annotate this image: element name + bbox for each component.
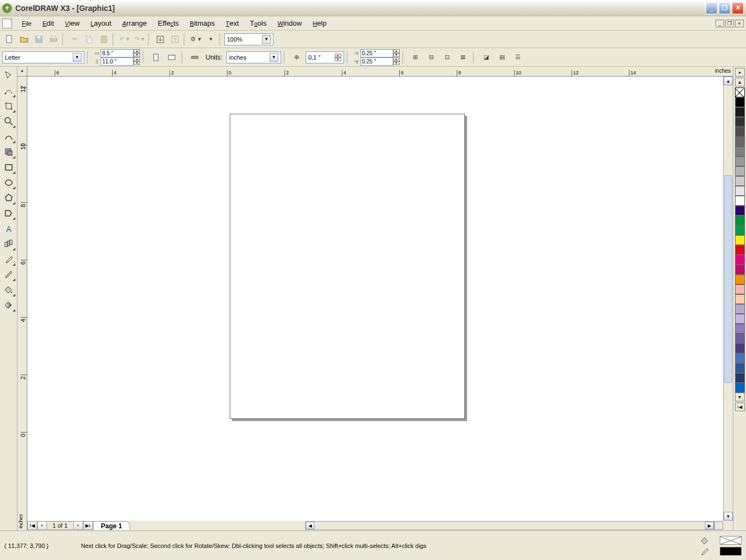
open-button[interactable] bbox=[17, 32, 31, 46]
menu-view[interactable]: View bbox=[60, 17, 85, 30]
add-page-after-button[interactable]: + bbox=[73, 521, 83, 530]
print-button[interactable] bbox=[46, 32, 61, 46]
snap-to-grid-button[interactable]: ⊞ bbox=[409, 50, 423, 65]
paper-type-combo[interactable]: Letter ▼ bbox=[2, 51, 84, 63]
interactive-blend-tool[interactable] bbox=[1, 236, 16, 252]
minimize-button[interactable]: _ bbox=[706, 2, 718, 14]
color-swatch[interactable] bbox=[735, 324, 745, 334]
color-swatch[interactable] bbox=[735, 137, 745, 147]
scroll-left-button[interactable]: ◀ bbox=[306, 522, 314, 529]
cut-button[interactable]: ✂ bbox=[67, 32, 81, 46]
export-button[interactable] bbox=[168, 32, 182, 46]
fill-color-indicator[interactable] bbox=[720, 536, 742, 545]
color-swatch[interactable] bbox=[735, 245, 745, 255]
scroll-thumb[interactable] bbox=[724, 175, 732, 383]
portrait-button[interactable] bbox=[149, 50, 163, 65]
no-color-swatch[interactable] bbox=[735, 88, 745, 97]
palette-flyout-button[interactable]: ▸ bbox=[735, 68, 745, 77]
first-page-button[interactable]: I◀ bbox=[27, 521, 37, 530]
horizontal-ruler[interactable]: 64202468101214 inches bbox=[27, 67, 733, 77]
smart-fill-tool[interactable] bbox=[1, 144, 16, 160]
color-swatch[interactable] bbox=[735, 196, 745, 206]
zoom-level-combo[interactable]: 100% ▼ bbox=[224, 33, 273, 45]
paper-height-input[interactable] bbox=[101, 57, 133, 66]
paper-width-input[interactable] bbox=[101, 49, 133, 57]
polygon-tool[interactable] bbox=[1, 190, 16, 206]
drawing-units-button[interactable] bbox=[188, 50, 202, 65]
spin-down[interactable]: ▾ bbox=[393, 61, 400, 65]
eyedropper-tool[interactable] bbox=[1, 252, 16, 267]
menu-tools[interactable]: Tools bbox=[244, 17, 272, 30]
color-swatch[interactable] bbox=[735, 343, 745, 353]
import-button[interactable] bbox=[153, 32, 167, 46]
redo-button[interactable]: ↷ ▾ bbox=[132, 32, 147, 46]
options-button[interactable]: ▤ bbox=[495, 50, 509, 65]
spin-up[interactable]: ▴ bbox=[133, 49, 140, 53]
spin-down[interactable]: ▾ bbox=[133, 53, 140, 57]
color-swatch[interactable] bbox=[735, 363, 745, 373]
color-swatch[interactable] bbox=[735, 334, 745, 343]
color-swatch[interactable] bbox=[735, 147, 745, 156]
interactive-fill-tool[interactable] bbox=[1, 298, 16, 313]
spin-down[interactable]: ▾ bbox=[133, 61, 140, 65]
dropdown-icon[interactable]: ▼ bbox=[73, 53, 81, 62]
spin-down[interactable]: ▾ bbox=[335, 57, 341, 61]
scroll-down-button[interactable]: ▼ bbox=[724, 512, 733, 521]
shape-tool[interactable] bbox=[1, 83, 16, 98]
color-swatch[interactable] bbox=[735, 107, 745, 117]
page-tab[interactable]: Page 1 bbox=[93, 521, 131, 530]
paste-button[interactable] bbox=[97, 32, 111, 46]
color-swatch[interactable] bbox=[735, 176, 745, 186]
scroll-right-button[interactable]: ▶ bbox=[705, 522, 714, 529]
menu-help[interactable]: Help bbox=[307, 17, 332, 30]
mdi-close-button[interactable]: × bbox=[735, 20, 744, 27]
ruler-origin[interactable]: ✦ bbox=[18, 67, 27, 77]
app-launcher-button[interactable]: ⚙ ▾ bbox=[189, 32, 203, 46]
maximize-button[interactable]: ❐ bbox=[719, 2, 731, 14]
snap-to-objects-button[interactable]: ⊡ bbox=[440, 50, 454, 65]
crop-tool[interactable] bbox=[1, 98, 16, 114]
welcome-screen-button[interactable]: ✦ bbox=[203, 32, 218, 46]
spin-down[interactable]: ▾ bbox=[393, 53, 400, 57]
basic-shapes-tool[interactable] bbox=[1, 206, 16, 221]
color-swatch[interactable] bbox=[735, 127, 745, 137]
vertical-scrollbar[interactable]: ▲ ▼ bbox=[723, 77, 733, 521]
color-swatch[interactable] bbox=[735, 186, 745, 196]
outline-color-indicator[interactable] bbox=[720, 547, 742, 556]
fill-tool[interactable] bbox=[1, 282, 16, 298]
zoom-dropdown-icon[interactable]: ▼ bbox=[262, 35, 271, 44]
add-page-before-button[interactable]: + bbox=[37, 521, 47, 530]
menu-file[interactable]: File bbox=[16, 17, 37, 30]
save-button[interactable] bbox=[32, 32, 46, 46]
color-swatch[interactable] bbox=[735, 166, 745, 176]
color-swatch[interactable] bbox=[735, 265, 745, 275]
color-swatch[interactable] bbox=[735, 275, 745, 284]
color-swatch[interactable] bbox=[735, 215, 745, 225]
navigator-button[interactable] bbox=[714, 521, 723, 530]
zoom-tool[interactable] bbox=[1, 114, 16, 129]
units-combo[interactable]: inches ▼ bbox=[226, 51, 281, 63]
text-tool[interactable] bbox=[1, 221, 16, 236]
menu-edit[interactable]: Edit bbox=[37, 17, 60, 30]
nudge-offset-input[interactable]: 0,1 " ▴▾ bbox=[306, 51, 344, 63]
color-swatch[interactable] bbox=[735, 383, 745, 393]
horizontal-scrollbar[interactable]: ◀ ▶ bbox=[305, 521, 714, 530]
dropdown-icon[interactable]: ▼ bbox=[270, 53, 278, 62]
color-swatch[interactable] bbox=[735, 206, 745, 215]
color-swatch[interactable] bbox=[735, 373, 745, 383]
treat-as-filled-button[interactable]: ◪ bbox=[479, 50, 493, 65]
outline-tool[interactable] bbox=[1, 267, 16, 282]
color-swatch[interactable] bbox=[735, 314, 745, 324]
mdi-restore-button[interactable]: ❐ bbox=[725, 20, 734, 27]
copy-button[interactable] bbox=[82, 32, 96, 46]
spin-up[interactable]: ▴ bbox=[335, 54, 341, 57]
palette-scroll-down-button[interactable]: ▼ bbox=[735, 393, 745, 401]
duplicate-y-input[interactable] bbox=[360, 57, 393, 66]
color-swatch[interactable] bbox=[735, 97, 745, 107]
color-swatch[interactable] bbox=[735, 284, 745, 294]
spin-up[interactable]: ▴ bbox=[133, 57, 140, 61]
menu-window[interactable]: Window bbox=[272, 17, 307, 30]
landscape-button[interactable] bbox=[165, 50, 179, 65]
options2-button[interactable]: ☰ bbox=[511, 50, 525, 65]
rectangle-tool[interactable] bbox=[1, 160, 16, 175]
